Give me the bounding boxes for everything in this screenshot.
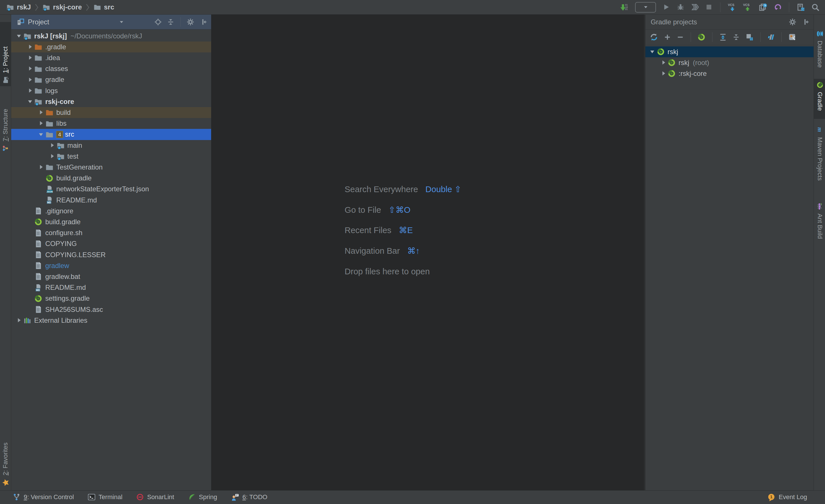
gear-icon[interactable] <box>789 18 797 26</box>
collapse-all-icon[interactable] <box>732 33 740 41</box>
project-tree-row-build-gradle[interactable]: build.gradle <box>11 217 211 227</box>
project-tree-row-readme-md[interactable]: MDREADME.md <box>11 282 211 293</box>
breadcrumb-item-rskj-core[interactable]: rskj-core <box>42 3 83 11</box>
stripe-tab-ant-build[interactable]: Ant Build <box>814 200 825 247</box>
project-tree-row-logs[interactable]: logs <box>11 85 211 96</box>
chevron-collapsed-icon[interactable] <box>15 317 23 324</box>
project-tree-row-gitignore[interactable]: .gitignore <box>11 205 211 217</box>
add-icon[interactable] <box>663 33 671 41</box>
stripe-tab-content: Ant Build <box>814 200 825 247</box>
chevron-expanded-icon[interactable] <box>26 98 34 106</box>
vcs-commit-icon[interactable]: VCS <box>743 3 752 12</box>
project-tree-row-build-gradle[interactable]: build.gradle <box>11 173 211 183</box>
chevron-collapsed-icon[interactable] <box>660 70 668 78</box>
project-tree-row-gradle[interactable]: .gradle <box>11 41 211 53</box>
chevron-collapsed-icon[interactable] <box>660 59 668 67</box>
project-panel-header[interactable]: Project <box>11 15 211 29</box>
project-tree-row-testgeneration[interactable]: TestGeneration <box>11 162 211 173</box>
breadcrumb-item-src[interactable]: src <box>92 3 115 11</box>
chevron-collapsed-icon[interactable] <box>26 65 34 73</box>
project-tree-row-test[interactable]: test <box>11 151 211 162</box>
breadcrumb-label: rskj-core <box>53 3 82 11</box>
stripe-tab-gradle[interactable]: Gradle <box>814 79 825 119</box>
chevron-collapsed-icon[interactable] <box>37 108 45 116</box>
coverage-icon[interactable] <box>691 3 699 11</box>
chevron-collapsed-icon[interactable] <box>49 152 57 160</box>
project-tree-row-classes[interactable]: classes <box>11 63 211 74</box>
stripe-tab-database[interactable]: Database <box>814 27 825 74</box>
gradle-tree-row-rskj-root[interactable]: rskj(root) <box>646 57 813 68</box>
run-config-dropdown[interactable] <box>635 2 656 13</box>
stripe-tab-2-favorites[interactable]: 2: Favorites <box>0 434 11 489</box>
chevron-expanded-icon[interactable] <box>649 48 657 56</box>
status-item-sonarlint[interactable]: SonarLint <box>136 493 174 501</box>
project-tree-row-rskj-core[interactable]: rskj-core <box>11 96 211 107</box>
status-item-terminal[interactable]: Terminal <box>88 493 123 501</box>
stop-icon[interactable] <box>705 3 713 11</box>
project-tree-row-readme-md[interactable]: MDREADME.md <box>11 195 211 205</box>
run-configurations-icon[interactable] <box>745 33 754 41</box>
expand-all-icon[interactable] <box>719 33 727 41</box>
search-everywhere-icon[interactable] <box>811 3 820 11</box>
text-file-icon <box>34 272 43 281</box>
offline-mode-icon[interactable] <box>767 33 775 41</box>
gear-icon[interactable] <box>186 18 195 26</box>
stripe-tab-content: Gradle <box>814 79 825 119</box>
gradle-settings-icon[interactable] <box>788 33 796 41</box>
chevron-collapsed-icon[interactable] <box>26 87 34 95</box>
status-item-spring[interactable]: Spring <box>188 493 217 501</box>
svg-text:01: 01 <box>625 8 628 11</box>
status-item-event-log[interactable]: 1 Event Log <box>767 493 807 501</box>
gradle-tree-row-rskj-core[interactable]: :rskj-core <box>646 68 813 79</box>
chevron-collapsed-icon[interactable] <box>26 43 34 51</box>
vcs-update-icon[interactable]: VCS <box>728 3 737 12</box>
stripe-tab-7-structure[interactable]: 7: Structure <box>0 92 11 155</box>
breadcrumb-item-rskj[interactable]: rskJ <box>5 3 32 11</box>
project-tree-row-configure-sh[interactable]: configure.sh <box>11 227 211 238</box>
collapse-all-icon[interactable] <box>167 18 175 26</box>
shortcut-hint-keys: ⌘E <box>399 225 413 235</box>
chevron-collapsed-icon[interactable] <box>37 163 45 171</box>
debug-icon[interactable] <box>677 3 685 11</box>
project-tree-row-settings-gradle[interactable]: settings.gradle <box>11 293 211 304</box>
project-tree-row-sha256sums-asc[interactable]: SHA256SUMS.asc <box>11 304 211 315</box>
project-tree-row-libs[interactable]: libs <box>11 118 211 129</box>
status-item-todo[interactable]: 6: TODO <box>231 493 268 501</box>
local-history-icon[interactable] <box>759 3 767 12</box>
chevron-expanded-icon[interactable] <box>15 32 23 40</box>
project-tree-row-gradlew[interactable]: gradlew <box>11 260 211 271</box>
gradle-panel-header[interactable]: Gradle projects <box>646 15 813 29</box>
project-tree-row-rskj-rskj-documents-code-rskj[interactable]: rskJ [rskj]~/Documents/code/rskJ <box>11 31 211 41</box>
project-tree-row-copying-lesser[interactable]: COPYING.LESSER <box>11 249 211 260</box>
chevron-collapsed-icon[interactable] <box>26 54 34 62</box>
run-icon[interactable] <box>662 3 670 11</box>
make-project-icon[interactable]: 011001 <box>620 3 629 12</box>
project-tree-row-networkstateexportertest-json[interactable]: JSONnetworkStateExporterTest.json <box>11 183 211 194</box>
chevron-collapsed-icon[interactable] <box>49 142 57 150</box>
project-tree-row-idea[interactable]: .idea <box>11 53 211 63</box>
chevron-down-icon[interactable] <box>119 19 124 25</box>
stripe-tab-maven-projects[interactable]: mMaven Projects <box>814 124 825 188</box>
chevron-collapsed-icon[interactable] <box>26 76 34 84</box>
remove-icon[interactable] <box>676 33 684 41</box>
gradle-icon[interactable] <box>697 33 705 41</box>
chevron-collapsed-icon[interactable] <box>37 119 45 128</box>
locate-icon[interactable] <box>154 18 162 26</box>
hide-icon[interactable] <box>199 18 207 26</box>
status-item-version-control[interactable]: 9: Version Control <box>13 493 74 501</box>
project-tree-row-gradle[interactable]: gradle <box>11 74 211 85</box>
shortcut-hint-label: Recent Files <box>345 225 391 235</box>
project-tree-row-copying[interactable]: COPYING <box>11 238 211 249</box>
gradle-tree-row-rskj[interactable]: rskj <box>646 47 813 57</box>
rollback-icon[interactable] <box>774 3 782 11</box>
project-structure-icon[interactable] <box>797 3 805 11</box>
refresh-icon[interactable] <box>650 33 658 41</box>
project-tree-row-src[interactable]: 4src <box>11 129 211 140</box>
stripe-tab-1-project[interactable]: 1: Project <box>0 22 11 86</box>
project-tree-row-external-libraries[interactable]: External Libraries <box>11 315 211 326</box>
chevron-expanded-icon[interactable] <box>37 131 45 139</box>
project-tree-row-build[interactable]: build <box>11 107 211 118</box>
hide-icon[interactable] <box>801 18 809 26</box>
project-tree-row-main[interactable]: main <box>11 140 211 151</box>
project-tree-row-gradlew-bat[interactable]: gradlew.bat <box>11 271 211 282</box>
